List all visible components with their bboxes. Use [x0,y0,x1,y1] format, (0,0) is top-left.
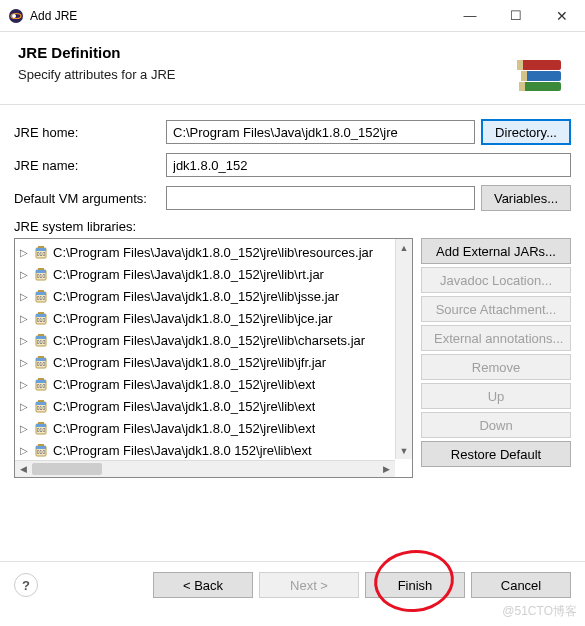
jre-name-label: JRE name: [14,158,160,173]
list-item[interactable]: ▷010C:\Program Files\Java\jdk1.8.0_152\j… [15,351,412,373]
footer: ? < Back Next > Finish Cancel [0,561,585,626]
svg-rect-31 [38,356,44,358]
libraries-label: JRE system libraries: [14,219,571,234]
svg-rect-19 [38,290,44,292]
library-path: C:\Program Files\Java\jdk1.8.0_152\jre\l… [53,267,324,282]
library-path: C:\Program Files\Java\jdk1.8.0_152\jre\l… [53,421,315,436]
external-annotations-button[interactable]: External annotations... [421,325,571,351]
add-external-jars-button[interactable]: Add External JARs... [421,238,571,264]
minimize-button[interactable]: — [447,0,493,31]
javadoc-location-button[interactable]: Javadoc Location... [421,267,571,293]
header: JRE Definition Specify attributes for a … [0,32,585,105]
scroll-down-icon[interactable]: ▼ [396,442,412,459]
library-path: C:\Program Files\Java\jdk1.8.0_152\jre\l… [53,355,326,370]
list-item[interactable]: ▷010C:\Program Files\Java\jdk1.8.0_152\j… [15,417,412,439]
svg-rect-15 [38,268,44,270]
svg-rect-47 [38,444,44,446]
list-item[interactable]: ▷010C:\Program Files\Java\jdk1.8.0_152\j… [15,263,412,285]
list-item[interactable]: ▷010C:\Program Files\Java\jdk1.8.0_152\j… [15,329,412,351]
jre-home-label: JRE home: [14,125,160,140]
svg-text:010: 010 [37,449,46,455]
scroll-right-icon[interactable]: ▶ [378,461,395,477]
library-path: C:\Program Files\Java\jdk1.8.0 152\jre\l… [53,443,312,458]
down-button[interactable]: Down [421,412,571,438]
jre-home-input[interactable] [166,120,475,144]
svg-rect-35 [38,378,44,380]
expand-arrow-icon[interactable]: ▷ [19,335,29,346]
books-icon [511,44,567,92]
library-path: C:\Program Files\Java\jdk1.8.0_152\jre\l… [53,311,333,326]
variables-button[interactable]: Variables... [481,185,571,211]
up-button[interactable]: Up [421,383,571,409]
library-path: C:\Program Files\Java\jdk1.8.0_152\jre\l… [53,399,315,414]
expand-arrow-icon[interactable]: ▷ [19,313,29,324]
svg-rect-43 [38,422,44,424]
svg-text:010: 010 [37,339,46,345]
jre-name-input[interactable] [166,153,571,177]
expand-arrow-icon[interactable]: ▷ [19,291,29,302]
maximize-button[interactable]: ☐ [493,0,539,31]
expand-arrow-icon[interactable]: ▷ [19,379,29,390]
vm-args-input[interactable] [166,186,475,210]
svg-rect-7 [519,82,561,91]
expand-arrow-icon[interactable]: ▷ [19,401,29,412]
scroll-thumb[interactable] [32,463,102,475]
expand-arrow-icon[interactable]: ▷ [19,247,29,258]
svg-point-2 [12,14,16,18]
watermark: @51CTO博客 [502,603,577,620]
finish-button[interactable]: Finish [365,572,465,598]
page-subtitle: Specify attributes for a JRE [18,67,499,82]
svg-text:010: 010 [37,251,46,257]
source-attachment-button[interactable]: Source Attachment... [421,296,571,322]
svg-text:010: 010 [37,361,46,367]
restore-default-button[interactable]: Restore Default [421,441,571,467]
svg-rect-8 [519,82,525,91]
svg-rect-27 [38,334,44,336]
close-button[interactable]: ✕ [539,0,585,31]
libraries-list[interactable]: ▷010C:\Program Files\Java\jdk1.8.0_152\j… [14,238,413,478]
titlebar: Add JRE — ☐ ✕ [0,0,585,32]
svg-rect-11 [38,246,44,248]
vertical-scrollbar[interactable]: ▲ ▼ [395,239,412,459]
scroll-up-icon[interactable]: ▲ [396,239,412,256]
svg-text:010: 010 [37,317,46,323]
library-path: C:\Program Files\Java\jdk1.8.0_152\jre\l… [53,333,365,348]
svg-text:010: 010 [37,295,46,301]
svg-rect-23 [38,312,44,314]
cancel-button[interactable]: Cancel [471,572,571,598]
library-path: C:\Program Files\Java\jdk1.8.0_152\jre\l… [53,245,373,260]
expand-arrow-icon[interactable]: ▷ [19,269,29,280]
horizontal-scrollbar[interactable]: ◀ ▶ [15,460,395,477]
svg-rect-4 [517,60,523,70]
back-button[interactable]: < Back [153,572,253,598]
list-item[interactable]: ▷010C:\Program Files\Java\jdk1.8.0_152\j… [15,373,412,395]
remove-button[interactable]: Remove [421,354,571,380]
expand-arrow-icon[interactable]: ▷ [19,357,29,368]
list-item[interactable]: ▷010C:\Program Files\Java\jdk1.8.0 152\j… [15,439,412,461]
vm-args-label: Default VM arguments: [14,191,160,206]
help-icon[interactable]: ? [14,573,38,597]
window-title: Add JRE [30,9,447,23]
window-controls: — ☐ ✕ [447,0,585,31]
list-item[interactable]: ▷010C:\Program Files\Java\jdk1.8.0_152\j… [15,395,412,417]
svg-text:010: 010 [37,427,46,433]
next-button[interactable]: Next > [259,572,359,598]
expand-arrow-icon[interactable]: ▷ [19,423,29,434]
expand-arrow-icon[interactable]: ▷ [19,445,29,456]
library-path: C:\Program Files\Java\jdk1.8.0_152\jre\l… [53,377,315,392]
eclipse-icon [8,8,24,24]
list-item[interactable]: ▷010C:\Program Files\Java\jdk1.8.0_152\j… [15,307,412,329]
svg-text:010: 010 [37,405,46,411]
svg-rect-39 [38,400,44,402]
svg-rect-3 [517,60,561,70]
list-item[interactable]: ▷010C:\Program Files\Java\jdk1.8.0_152\j… [15,285,412,307]
svg-text:010: 010 [37,273,46,279]
list-item[interactable]: ▷010C:\Program Files\Java\jdk1.8.0_152\j… [15,241,412,263]
directory-button[interactable]: Directory... [481,119,571,145]
svg-rect-6 [521,71,527,81]
library-path: C:\Program Files\Java\jdk1.8.0_152\jre\l… [53,289,339,304]
scroll-left-icon[interactable]: ◀ [15,461,32,477]
page-title: JRE Definition [18,44,499,61]
svg-text:010: 010 [37,383,46,389]
